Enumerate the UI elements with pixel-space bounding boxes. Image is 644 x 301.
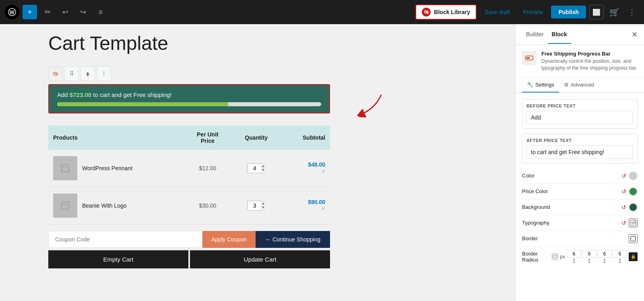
cart-table: Products Per UnitPrice Quantity Subtotal… bbox=[48, 126, 330, 225]
tab-block[interactable]: Block bbox=[548, 25, 571, 44]
qty-up-1[interactable]: ▲ bbox=[262, 164, 265, 168]
br-input-group-1: ▲▼ bbox=[567, 250, 581, 264]
cart-actions: Apply Coupon ← Continue Shopping bbox=[48, 231, 330, 248]
col-per-unit-price: Per UnitPrice bbox=[184, 126, 231, 150]
br-down-2[interactable]: ▼ bbox=[588, 261, 591, 264]
svg-text:T: T bbox=[631, 221, 634, 225]
br-up-4[interactable]: ▲ bbox=[619, 258, 621, 261]
block-library-label: Block Library bbox=[434, 9, 470, 15]
qty-down-1[interactable]: ▼ bbox=[262, 168, 265, 172]
remove-item-2[interactable]: × bbox=[286, 205, 325, 212]
wp-logo-icon: W bbox=[5, 5, 19, 19]
qty-up-2[interactable]: ▲ bbox=[262, 202, 265, 206]
color-reset-button[interactable]: ↺ bbox=[621, 173, 626, 179]
block-library-button[interactable]: 🛍 Block Library bbox=[415, 4, 476, 20]
undo-button[interactable]: ↩ bbox=[58, 5, 72, 19]
typography-icon[interactable]: T bbox=[629, 219, 638, 227]
product-name-2: Beanie With Logo bbox=[82, 202, 127, 209]
br-down-1[interactable]: ▼ bbox=[573, 261, 576, 264]
tab-advanced[interactable]: ⚙ Advanced bbox=[559, 78, 599, 93]
qty-arrows-2: ▲ ▼ bbox=[262, 202, 265, 209]
svg-rect-4 bbox=[62, 165, 69, 172]
redo-button[interactable]: ↪ bbox=[76, 5, 90, 19]
br-up-2[interactable]: ▲ bbox=[588, 258, 591, 261]
product-image-2 bbox=[53, 194, 77, 218]
qty-input-2[interactable]: 3 bbox=[248, 201, 262, 210]
background-reset-button[interactable]: ↺ bbox=[621, 204, 626, 210]
publish-button[interactable]: Publish bbox=[551, 6, 586, 19]
background-label: Background bbox=[522, 204, 550, 210]
page-title: Cart Template bbox=[24, 32, 491, 54]
preview-button[interactable]: Preview bbox=[518, 6, 548, 18]
move-up-icon[interactable] bbox=[80, 66, 95, 81]
br-input-br[interactable] bbox=[597, 250, 612, 258]
remove-item-1[interactable]: × bbox=[286, 168, 325, 175]
br-input-tr[interactable] bbox=[582, 250, 597, 258]
tab-settings[interactable]: 🔧 Settings bbox=[522, 78, 559, 93]
table-row: WordPress Pennant $12.00 4 ▲ ▼ bbox=[48, 150, 330, 187]
lock-icon[interactable]: 🔒 bbox=[629, 252, 638, 261]
br-up-3[interactable]: ▲ bbox=[603, 258, 606, 261]
typography-reset-button[interactable]: ↺ bbox=[621, 220, 626, 226]
cart-icon-button[interactable]: 🛒 bbox=[607, 5, 621, 19]
view-toggle-button[interactable]: ⬜ bbox=[589, 5, 604, 19]
block-info: Free Shipping Progress Bar Dynamically c… bbox=[516, 45, 644, 78]
color-swatch[interactable] bbox=[629, 171, 638, 180]
border-radius-label: Border Radius bbox=[522, 251, 552, 263]
after-price-field: AFTER PRICE TEXT bbox=[522, 134, 638, 163]
svg-marker-3 bbox=[86, 74, 89, 76]
border-radius-unit: px bbox=[560, 254, 565, 260]
gear-icon: ⚙ bbox=[564, 82, 569, 88]
background-swatch[interactable] bbox=[629, 203, 638, 212]
more-block-options-icon[interactable]: ⋮ bbox=[97, 66, 111, 81]
qty-down-2[interactable]: ▼ bbox=[262, 206, 265, 210]
coupon-input[interactable] bbox=[48, 231, 202, 248]
qty-cell-1: 4 ▲ ▼ bbox=[231, 150, 281, 187]
apply-coupon-button[interactable]: Apply Coupon bbox=[202, 231, 256, 248]
product-cell-1: WordPress Pennant bbox=[48, 150, 184, 187]
more-options-button[interactable]: ⋮ bbox=[625, 5, 639, 19]
br-input-tl[interactable] bbox=[567, 250, 581, 258]
after-price-input[interactable] bbox=[526, 145, 633, 159]
border-icon[interactable] bbox=[629, 234, 638, 243]
price-color-reset-button[interactable]: ↺ bbox=[621, 188, 626, 195]
empty-cart-button[interactable]: Empty Cart bbox=[48, 250, 188, 268]
after-price-text: to cart and get Free shipping! bbox=[91, 91, 171, 98]
col-products: Products bbox=[48, 126, 184, 150]
cart-container: Products Per UnitPrice Quantity Subtotal… bbox=[48, 126, 330, 225]
subtotal-cell-2: $90.00 × bbox=[281, 187, 330, 225]
br-down-4[interactable]: ▼ bbox=[619, 261, 621, 264]
typography-controls: ↺ T bbox=[621, 219, 638, 227]
list-button[interactable]: ≡ bbox=[93, 5, 108, 19]
save-draft-button[interactable]: Save draft bbox=[480, 6, 515, 18]
qty-input-1[interactable]: 4 bbox=[248, 163, 262, 173]
add-block-button[interactable]: + bbox=[23, 5, 37, 19]
br-up-1[interactable]: ▲ bbox=[573, 258, 576, 261]
svg-rect-18 bbox=[553, 255, 557, 258]
svg-rect-6 bbox=[62, 202, 69, 209]
border-radius-inputs: ▲▼ ▲▼ ▲▼ ▲▼ bbox=[567, 250, 627, 264]
continue-shopping-button[interactable]: ← Continue Shopping bbox=[256, 231, 330, 248]
free-shipping-bar: Add $723.00 to cart and get Free shippin… bbox=[48, 84, 330, 113]
border-setting-row: Border bbox=[522, 231, 638, 247]
wrench-icon: 🔧 bbox=[527, 82, 533, 88]
subtotal-cell-1: $48.00 × bbox=[281, 150, 330, 187]
main-layout: Cart Template 🛍 ⠿ ⋮ Add $723.00 to cart … bbox=[0, 24, 644, 301]
before-price-field: BEFORE PRICE TEXT bbox=[522, 99, 638, 129]
price-color-swatch[interactable] bbox=[629, 187, 638, 196]
pencil-icon-button[interactable]: ✏ bbox=[40, 5, 55, 19]
br-down-3[interactable]: ▼ bbox=[603, 261, 606, 264]
panel-close-button[interactable]: ✕ bbox=[632, 30, 638, 39]
qty-cell-2: 3 ▲ ▼ bbox=[231, 187, 281, 225]
drag-handle-icon[interactable]: ⠿ bbox=[64, 66, 79, 81]
before-price-text: Add bbox=[57, 91, 70, 98]
before-price-input[interactable] bbox=[526, 111, 633, 124]
br-input-group-3: ▲▼ bbox=[597, 250, 612, 264]
product-name-1: WordPress Pennant bbox=[82, 165, 132, 171]
settings-tab-label: Settings bbox=[535, 82, 554, 88]
tab-builder[interactable]: Builder bbox=[522, 25, 548, 44]
product-image-1 bbox=[53, 156, 77, 180]
br-input-bl[interactable] bbox=[613, 250, 627, 258]
typography-setting-row: Typography ↺ T bbox=[522, 215, 638, 231]
update-cart-button[interactable]: Update Cart bbox=[190, 250, 330, 268]
